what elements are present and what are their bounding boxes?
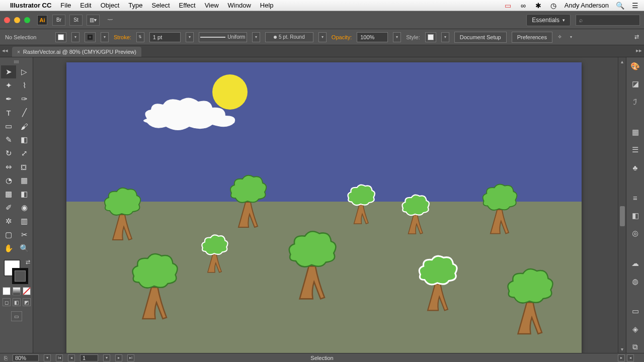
- zoom-tool[interactable]: 🔍: [17, 242, 32, 255]
- mesh-tool[interactable]: ▩: [1, 188, 16, 201]
- fill-swatch[interactable]: [55, 32, 66, 42]
- stock-button[interactable]: St: [69, 15, 83, 26]
- artboard-dropdown[interactable]: ▾: [103, 354, 110, 361]
- symbols-panel[interactable]: ▦: [629, 126, 641, 138]
- scale-tool[interactable]: ⤢: [17, 147, 32, 160]
- minimize-window-button[interactable]: [14, 17, 20, 23]
- creative-cloud-icon[interactable]: ∞: [519, 2, 527, 10]
- artboards-panel[interactable]: ⧉: [629, 341, 641, 353]
- selection-tool[interactable]: ➤: [1, 65, 16, 78]
- lasso-tool[interactable]: ⌇: [17, 79, 32, 92]
- prev-artboard-button[interactable]: ◂: [68, 354, 75, 361]
- stroke-weight-stepper[interactable]: ⇅: [136, 32, 144, 42]
- zoom-window-button[interactable]: [24, 17, 30, 23]
- vertical-scrollbar[interactable]: ▴ ▾: [618, 57, 626, 353]
- brushes-panel[interactable]: ℐ: [629, 96, 641, 108]
- last-artboard-button[interactable]: ▸I: [127, 354, 134, 361]
- preferences-button[interactable]: Preferences: [512, 32, 552, 43]
- swatches-panel[interactable]: ◪: [629, 78, 641, 90]
- export-icon[interactable]: ⎘: [4, 355, 8, 361]
- appearance-panel[interactable]: ◎: [629, 228, 641, 240]
- scroll-down-icon[interactable]: ▾: [621, 345, 623, 353]
- zoom-dropdown[interactable]: ▾: [44, 354, 51, 361]
- shaper-tool[interactable]: ✎: [1, 133, 16, 146]
- close-tab-icon[interactable]: ×: [17, 49, 20, 55]
- status-sync-icon[interactable]: ✱: [534, 2, 542, 10]
- gpu-preview-icon[interactable]: 〰: [104, 15, 117, 26]
- width-tool[interactable]: ⇔: [1, 160, 16, 173]
- transform-panel[interactable]: ▭: [629, 305, 641, 317]
- color-mode-button[interactable]: [3, 287, 11, 295]
- magic-wand-tool[interactable]: ✦: [1, 79, 16, 92]
- perspective-grid-tool[interactable]: ▦: [17, 174, 32, 187]
- cc-libraries-panel[interactable]: ☁: [629, 257, 641, 269]
- slice-tool[interactable]: ✂: [17, 228, 32, 241]
- menu-help[interactable]: Help: [260, 2, 274, 9]
- brush-definition[interactable]: 5 pt. Round: [265, 32, 313, 42]
- status-app-icon[interactable]: ▭: [504, 2, 512, 10]
- line-segment-tool[interactable]: ╱: [17, 106, 32, 119]
- opacity-dropdown[interactable]: ▾: [393, 32, 401, 42]
- spotlight-icon[interactable]: 🔍: [616, 2, 624, 10]
- screen-mode-button[interactable]: ▭: [11, 311, 22, 321]
- search-input[interactable]: ⌕: [576, 15, 640, 26]
- rectangle-tool[interactable]: ▭: [1, 120, 16, 133]
- none-mode-button[interactable]: [23, 287, 31, 295]
- scroll-up-icon[interactable]: ▴: [621, 57, 623, 65]
- hscroll-right-icon[interactable]: ◂: [627, 354, 634, 361]
- draw-inside-icon[interactable]: ◩: [23, 298, 31, 306]
- menu-window[interactable]: Window: [228, 2, 251, 9]
- opacity-input[interactable]: 100%: [357, 32, 388, 42]
- paintbrush-tool[interactable]: 🖌: [17, 120, 32, 133]
- menu-object[interactable]: Object: [101, 2, 120, 9]
- free-transform-tool[interactable]: ⛋: [17, 160, 32, 173]
- next-artboard-button[interactable]: ▸: [115, 354, 122, 361]
- menu-effect[interactable]: Effect: [179, 2, 196, 9]
- artboard-number-input[interactable]: 1: [80, 354, 98, 361]
- first-artboard-button[interactable]: I◂: [56, 354, 63, 361]
- collapse-tools-icon[interactable]: ◂◂: [2, 47, 8, 54]
- menu-view[interactable]: View: [205, 2, 219, 9]
- align-pixel-grid-icon[interactable]: ✧: [557, 34, 562, 40]
- fill-dropdown[interactable]: ▾: [71, 32, 79, 42]
- close-window-button[interactable]: [4, 17, 10, 23]
- document-tab[interactable]: × RasterVector.ai @ 80% (CMYK/GPU Previe…: [12, 47, 141, 57]
- stroke-weight-input[interactable]: 1 pt: [149, 32, 181, 42]
- pen-tool[interactable]: ✒: [1, 93, 16, 106]
- status-clock-icon[interactable]: ◷: [549, 2, 557, 10]
- rotate-tool[interactable]: ↻: [1, 147, 16, 160]
- draw-behind-icon[interactable]: ◧: [13, 298, 21, 306]
- align-panel[interactable]: ≡: [629, 192, 641, 204]
- draw-normal-icon[interactable]: ◻: [3, 298, 11, 306]
- stroke-panel[interactable]: ☰: [629, 144, 641, 156]
- color-panel[interactable]: 🎨: [629, 60, 641, 72]
- artboard[interactable]: [66, 62, 582, 353]
- arrange-documents-button[interactable]: ▥▾: [87, 15, 100, 26]
- stroke-color-swatch[interactable]: [12, 268, 28, 284]
- stroke-swatch[interactable]: [85, 32, 96, 42]
- app-menu[interactable]: Illustrator CC: [10, 2, 51, 9]
- control-bar-flyout-icon[interactable]: ⇄: [634, 34, 639, 40]
- zoom-input[interactable]: 80%: [13, 354, 39, 361]
- symbol-sprayer-tool[interactable]: ✲: [1, 215, 16, 228]
- menu-file[interactable]: File: [60, 2, 71, 9]
- bridge-button[interactable]: Br: [52, 15, 65, 26]
- profile-dropdown[interactable]: ▾: [252, 32, 260, 42]
- brush-dropdown[interactable]: ▾: [318, 32, 327, 42]
- graphic-style-swatch[interactable]: [425, 32, 436, 42]
- menu-type[interactable]: Type: [128, 2, 142, 9]
- fill-stroke-control[interactable]: ⇄: [3, 259, 30, 284]
- gradient-mode-button[interactable]: [13, 287, 21, 295]
- collapse-panels-icon[interactable]: ▸▸: [636, 47, 642, 54]
- type-tool[interactable]: T: [1, 106, 16, 119]
- blend-tool[interactable]: ◉: [17, 201, 32, 214]
- artboard-tool[interactable]: ▢: [1, 228, 16, 241]
- hscroll-left-icon[interactable]: ▸: [618, 354, 625, 361]
- menu-list-icon[interactable]: ☰: [631, 2, 639, 10]
- column-graph-tool[interactable]: ▥: [17, 215, 32, 228]
- panel-grip-icon[interactable]: [9, 60, 24, 63]
- hand-tool[interactable]: ✋: [1, 242, 16, 255]
- curvature-tool[interactable]: ✑: [17, 93, 32, 106]
- layers-panel[interactable]: ◈: [629, 323, 641, 335]
- menu-edit[interactable]: Edit: [80, 2, 91, 9]
